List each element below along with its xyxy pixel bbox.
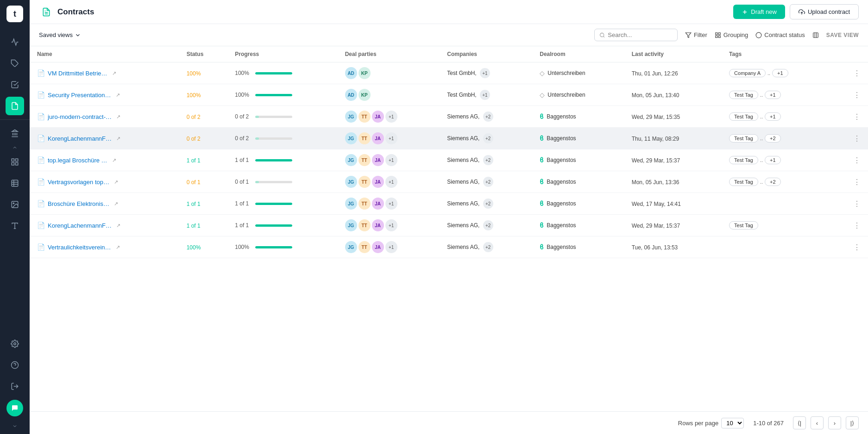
progress-bar-bg xyxy=(255,72,292,74)
sidebar-item-help[interactable] xyxy=(6,356,24,374)
companies-more: +2 xyxy=(483,133,493,143)
external-link-icon[interactable]: ↗ xyxy=(114,179,118,185)
row-actions-menu[interactable]: ⋮ xyxy=(842,156,861,165)
dealroom-icon: ◇ xyxy=(540,91,545,99)
dealroom-cell: ◇ Unterschreiben xyxy=(540,91,616,99)
external-link-icon[interactable]: ↗ xyxy=(112,157,116,163)
sidebar-item-image[interactable] xyxy=(6,195,24,214)
saved-views-dropdown[interactable]: Saved views xyxy=(39,31,81,38)
page-last-button[interactable]: |⟩ xyxy=(846,416,859,429)
sidebar-item-analytics[interactable] xyxy=(6,33,24,51)
tag-pill: Test Tag xyxy=(729,221,758,229)
upload-contract-button[interactable]: Upload contract xyxy=(790,4,859,19)
deal-parties: JGTTJA+1 xyxy=(345,241,433,253)
external-link-icon[interactable]: ↗ xyxy=(114,201,118,207)
avatar: TT xyxy=(359,219,371,231)
draft-new-button[interactable]: Draft new xyxy=(733,5,785,19)
progress-label: 1 of 1 xyxy=(235,222,252,229)
avatar-more: +1 xyxy=(385,176,397,188)
status-value: 1 of 1 xyxy=(187,223,201,229)
sidebar-item-bank[interactable] xyxy=(6,124,24,143)
contract-name-text: Broschüre Elektronis… xyxy=(48,200,109,207)
columns-button[interactable] xyxy=(812,32,819,38)
row-actions-menu[interactable]: ⋮ xyxy=(842,91,861,99)
sidebar-item-tasks[interactable] xyxy=(6,75,24,94)
progress-bar: 0 of 1 xyxy=(235,179,330,185)
app-logo[interactable]: t xyxy=(6,6,23,22)
svg-point-16 xyxy=(13,203,14,204)
status-value: 100% xyxy=(187,70,201,77)
progress-bar: 1 of 1 xyxy=(235,157,330,163)
tags-more-pill: +1 xyxy=(772,69,788,77)
tags-cell: Test Tag..+1 xyxy=(729,112,827,121)
row-actions-menu[interactable]: ⋮ xyxy=(842,112,861,121)
contract-name-link[interactable]: 📄 Security Presentation… ↗ xyxy=(37,91,172,99)
avatar: TT xyxy=(359,132,371,144)
tag-pill: Test Tag xyxy=(729,178,758,186)
avatar: KP xyxy=(359,89,371,101)
table-header: Name Status Progress Deal parties Compan… xyxy=(30,46,868,62)
row-actions-menu[interactable]: ⋮ xyxy=(842,199,861,208)
avatar: TT xyxy=(359,198,371,210)
row-actions-menu[interactable]: ⋮ xyxy=(842,243,861,252)
contract-status-button[interactable]: Contract status xyxy=(755,31,805,38)
save-view-button[interactable]: SAVE VIEW xyxy=(826,32,859,38)
last-activity: Tue, 06 Jun, 13:53 xyxy=(632,244,678,251)
progress-bar-bg xyxy=(255,159,292,161)
contract-name-link[interactable]: 📄 KorengLachenmannF… ↗ xyxy=(37,135,172,142)
chat-bubble[interactable] xyxy=(6,400,23,416)
search-input[interactable] xyxy=(608,31,673,38)
sidebar-item-settings[interactable] xyxy=(6,335,24,353)
contract-name-link[interactable]: 📄 KorengLachenmannF… ↗ xyxy=(37,222,172,229)
external-link-icon[interactable]: ↗ xyxy=(116,244,120,250)
progress-bar-bg xyxy=(255,137,292,140)
progress-bar-bg xyxy=(255,94,292,96)
row-actions-menu[interactable]: ⋮ xyxy=(842,134,861,143)
grouping-button[interactable]: Grouping xyxy=(715,31,748,38)
dealroom-cell: ϐ Baggenstos xyxy=(540,222,616,229)
external-link-icon[interactable]: ↗ xyxy=(116,136,120,142)
progress-bar-fill xyxy=(255,203,292,205)
last-activity: Wed, 29 Mar, 15:37 xyxy=(632,223,680,229)
contract-name-link[interactable]: 📄 VM Drittmittel Betrie… ↗ xyxy=(37,69,172,77)
progress-bar-bg xyxy=(255,181,292,183)
contract-name-link[interactable]: 📄 Vertraulichkeitsverein… ↗ xyxy=(37,243,172,251)
sidebar-item-tags[interactable] xyxy=(6,54,24,73)
progress-bar-fill xyxy=(255,116,259,118)
external-link-icon[interactable]: ↗ xyxy=(112,70,116,76)
sidebar-item-type[interactable] xyxy=(6,217,24,235)
sidebar-item-logout[interactable] xyxy=(6,377,24,396)
sidebar-item-table[interactable] xyxy=(6,174,24,192)
contract-name-link[interactable]: 📄 top.legal Broschüre … ↗ xyxy=(37,156,172,164)
dealroom-name: Baggenstos xyxy=(547,222,576,229)
doc-icon: 📄 xyxy=(37,178,45,186)
page-prev-button[interactable]: ‹ xyxy=(811,416,824,429)
sidebar-expand-btn[interactable] xyxy=(12,422,18,428)
contract-name-link[interactable]: 📄 Vertragsvorlagen top… ↗ xyxy=(37,178,172,186)
sidebar-item-docs[interactable] xyxy=(6,153,24,171)
contract-name-link[interactable]: 📄 juro-modern-contract-… ↗ xyxy=(37,113,172,120)
deal-parties: JGTTJA+1 xyxy=(345,154,433,166)
external-link-icon[interactable]: ↗ xyxy=(116,114,120,120)
row-actions-menu[interactable]: ⋮ xyxy=(842,221,861,230)
rows-per-page-select[interactable]: 10 25 50 xyxy=(721,418,744,428)
search-box[interactable] xyxy=(594,29,678,41)
contract-name-link[interactable]: 📄 Broschüre Elektronis… ↗ xyxy=(37,200,172,207)
progress-label: 100% xyxy=(235,92,252,98)
tags-dots: .. xyxy=(760,179,763,185)
filter-button[interactable]: Filter xyxy=(685,31,707,38)
avatar: JG xyxy=(345,198,357,210)
row-actions-menu[interactable]: ⋮ xyxy=(842,178,861,186)
progress-bar-fill xyxy=(255,94,292,96)
doc-icon: 📄 xyxy=(37,222,45,229)
row-actions-menu[interactable]: ⋮ xyxy=(842,69,861,78)
progress-bar-bg xyxy=(255,246,292,248)
avatar: AD xyxy=(345,67,357,79)
page-next-button[interactable]: › xyxy=(828,416,841,429)
progress-bar-fill xyxy=(255,137,259,140)
external-link-icon[interactable]: ↗ xyxy=(116,92,120,98)
external-link-icon[interactable]: ↗ xyxy=(116,223,120,229)
sidebar-item-contracts[interactable] xyxy=(6,97,24,115)
doc-icon: 📄 xyxy=(37,135,45,142)
page-first-button[interactable]: ⟨| xyxy=(793,416,806,429)
